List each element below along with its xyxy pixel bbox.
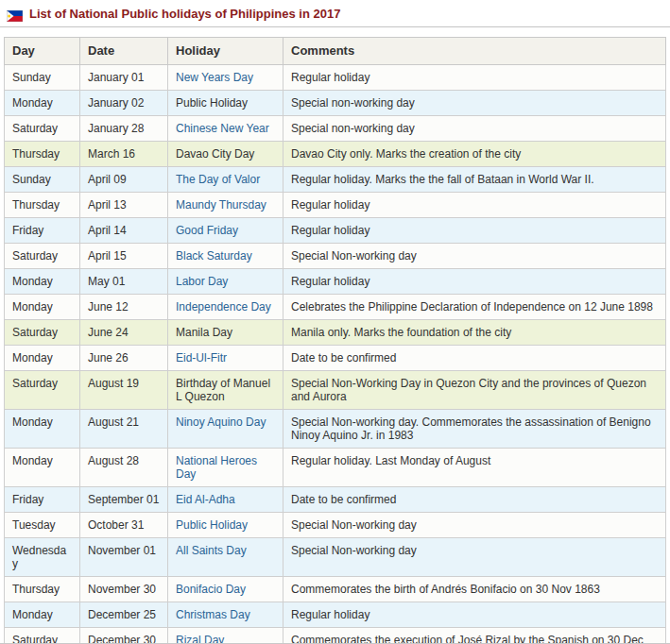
table-body: Sunday January 01 New Years Day Regular … xyxy=(5,65,666,644)
comments-cell: Special Non-Working Day in Quezon City a… xyxy=(283,371,666,410)
day-cell: Saturday xyxy=(5,320,80,346)
date-cell: April 13 xyxy=(80,193,168,218)
date-cell: January 02 xyxy=(80,91,168,116)
comments-cell: Davao City only. Marks the creation of t… xyxy=(283,142,666,167)
table-row: Monday May 01 Labor Day Regular holiday xyxy=(5,269,666,295)
holidays-table: Day Date Holiday Comments Sunday January… xyxy=(4,37,666,644)
holiday-link[interactable]: Public Holiday xyxy=(176,518,248,532)
table-row: Monday January 02 Public Holiday Special… xyxy=(5,91,666,116)
holiday-link[interactable]: Labor Day xyxy=(176,275,228,288)
table-row: Monday August 21 Ninoy Aquino Day Specia… xyxy=(5,410,666,449)
table-row: Sunday January 01 New Years Day Regular … xyxy=(5,65,666,91)
date-cell: March 16 xyxy=(80,142,168,167)
holiday-link[interactable]: Eid-Ul-Fitr xyxy=(176,351,227,364)
comments-cell: Regular holiday. Marks the the fall of B… xyxy=(283,167,666,193)
holiday-link[interactable]: Bonifacio Day xyxy=(176,583,246,596)
table-row: Monday August 28 National Heroes Day Reg… xyxy=(5,449,666,487)
date-cell: August 21 xyxy=(80,410,168,449)
date-cell: April 09 xyxy=(80,167,168,193)
holiday-link[interactable]: National Heroes Day xyxy=(176,454,257,481)
holiday-link[interactable]: The Day of Valor xyxy=(176,173,260,186)
table-row: Thursday March 16 Davao City Day Davao C… xyxy=(5,142,666,167)
day-cell: Wednesday xyxy=(5,538,80,577)
philippines-flag-icon xyxy=(7,8,23,20)
holiday-cell: Christmas Day xyxy=(168,602,283,628)
comments-cell: Special non-working day xyxy=(283,116,666,142)
day-cell: Monday xyxy=(5,295,80,320)
date-cell: June 26 xyxy=(80,346,168,371)
holiday-cell: Chinese New Year xyxy=(168,116,283,142)
holiday-cell: Eid-Ul-Fitr xyxy=(168,346,283,371)
table-row: Friday April 14 Good Friday Regular holi… xyxy=(5,218,666,244)
date-cell: May 01 xyxy=(80,269,168,295)
date-cell: January 01 xyxy=(80,65,168,91)
day-cell: Saturday xyxy=(5,371,80,410)
col-header-day: Day xyxy=(5,38,80,65)
day-cell: Thursday xyxy=(5,193,80,218)
day-cell: Sunday xyxy=(5,65,80,91)
table-row: Thursday November 30 Bonifacio Day Comme… xyxy=(5,577,666,602)
holiday-cell: Maundy Thursday xyxy=(168,193,283,218)
holiday-link[interactable]: Maundy Thursday xyxy=(176,198,266,212)
table-row: Saturday April 15 Black Saturday Special… xyxy=(5,244,666,269)
holiday-link[interactable]: Rizal Day xyxy=(176,634,224,644)
holiday-cell: The Day of Valor xyxy=(168,167,283,193)
date-cell: January 28 xyxy=(80,116,168,142)
holiday-cell: All Saints Day xyxy=(168,538,283,577)
table-row: Tuesday October 31 Public Holiday Specia… xyxy=(5,513,666,538)
comments-cell: Commemorates the birth of Andrés Bonifac… xyxy=(283,577,666,602)
table-row: Sunday April 09 The Day of Valor Regular… xyxy=(5,167,666,193)
comments-cell: Special Non-working day xyxy=(283,244,666,269)
day-cell: Tuesday xyxy=(5,513,80,538)
date-cell: December 30 xyxy=(80,628,168,644)
day-cell: Monday xyxy=(5,449,80,487)
day-cell: Monday xyxy=(5,602,80,628)
comments-cell: Regular holiday xyxy=(283,602,666,628)
comments-cell: Regular holiday. Last Monday of August xyxy=(283,449,666,487)
col-header-holiday: Holiday xyxy=(168,38,283,65)
day-cell: Thursday xyxy=(5,142,80,167)
holiday-link[interactable]: Christmas Day xyxy=(176,608,250,621)
holiday-link[interactable]: Chinese New Year xyxy=(176,122,269,135)
comments-cell: Date to be confirmed xyxy=(283,487,666,513)
table-row: Saturday August 19 Birthday of Manuel L … xyxy=(5,371,666,410)
page-title: List of National Public holidays of Phil… xyxy=(29,7,340,21)
col-header-date: Date xyxy=(80,38,168,65)
comments-cell: Regular holiday xyxy=(283,193,666,218)
holiday-link[interactable]: New Years Day xyxy=(176,71,253,84)
date-cell: April 15 xyxy=(80,244,168,269)
date-cell: June 12 xyxy=(80,295,168,320)
comments-cell: Special Non-working day. Commemorates th… xyxy=(283,410,666,449)
holiday-link[interactable]: Black Saturday xyxy=(176,249,252,263)
date-cell: December 25 xyxy=(80,602,168,628)
holiday-text: Manila Day xyxy=(176,326,232,339)
day-cell: Monday xyxy=(5,346,80,371)
table-row: Saturday December 30 Rizal Day Commemora… xyxy=(5,628,666,644)
day-cell: Monday xyxy=(5,91,80,116)
day-cell: Saturday xyxy=(5,116,80,142)
holiday-link[interactable]: Ninoy Aquino Day xyxy=(176,415,266,429)
holiday-text: Public Holiday xyxy=(176,96,248,110)
comments-cell: Date to be confirmed xyxy=(283,346,666,371)
title-bar: List of National Public holidays of Phil… xyxy=(0,0,670,27)
date-cell: September 01 xyxy=(80,487,168,513)
day-cell: Friday xyxy=(5,218,80,244)
holiday-cell: Public Holiday xyxy=(168,91,283,116)
holiday-link[interactable]: Good Friday xyxy=(176,224,238,237)
table-row: Monday June 26 Eid-Ul-Fitr Date to be co… xyxy=(5,346,666,371)
table-row: Saturday June 24 Manila Day Manila only.… xyxy=(5,320,666,346)
holiday-link[interactable]: All Saints Day xyxy=(176,544,247,557)
day-cell: Sunday xyxy=(5,167,80,193)
comments-cell: Commemorates the execution of José Rizal… xyxy=(283,628,666,644)
holiday-cell: Ninoy Aquino Day xyxy=(168,410,283,449)
day-cell: Saturday xyxy=(5,244,80,269)
holiday-cell: Birthday of Manuel L Quezon xyxy=(168,371,283,410)
holiday-cell: Black Saturday xyxy=(168,244,283,269)
holiday-link[interactable]: Independence Day xyxy=(176,300,271,314)
holiday-link[interactable]: Eid Al-Adha xyxy=(176,493,235,506)
date-cell: April 14 xyxy=(80,218,168,244)
date-cell: August 28 xyxy=(80,449,168,487)
day-cell: Monday xyxy=(5,410,80,449)
comments-cell: Special Non-working day xyxy=(283,513,666,538)
date-cell: October 31 xyxy=(80,513,168,538)
